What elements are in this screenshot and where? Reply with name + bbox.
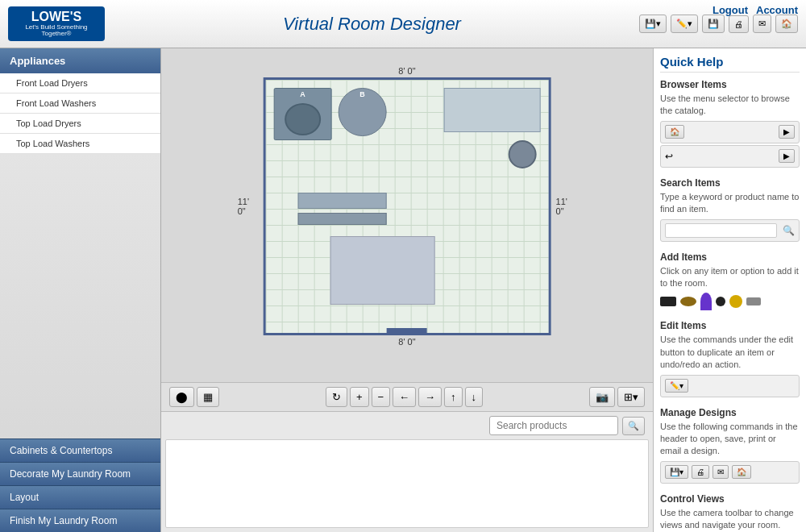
help-browser-items-text: Use the menu selector to browse the cata… — [660, 93, 800, 118]
camera-tools: 📷 ⊞▾ — [589, 387, 645, 407]
nav-left-button[interactable]: ← — [393, 387, 416, 407]
logo-area: LOWE'S Let's Build Something Together® — [8, 6, 105, 41]
sidebar-category-layout[interactable]: Layout — [0, 485, 160, 509]
help-search-preview: 🔍 — [660, 219, 800, 242]
right-dimension: 11' 0" — [556, 197, 577, 216]
print-button[interactable]: 🖨 — [729, 15, 749, 33]
help-search-text: Type a keyword or product name to find a… — [660, 191, 800, 216]
search-bar: 🔍 — [161, 412, 653, 439]
nav-up-button[interactable]: ↑ — [444, 387, 463, 407]
sidebar-category-appliances[interactable]: Appliances — [0, 48, 160, 73]
help-preview-nav[interactable]: ▶ — [779, 125, 795, 139]
cabinet-top — [444, 88, 541, 132]
edit-button[interactable]: ✏️▾ — [671, 15, 698, 33]
label-a: A — [300, 90, 305, 98]
page-title: Virtual Room Designer — [105, 14, 639, 35]
sidebar-item-front-load-dryers[interactable]: Front Load Dryers — [0, 73, 160, 94]
bottom-dimension: 8' 0" — [238, 335, 577, 348]
help-add-heading: Add Items — [660, 251, 800, 263]
help-manage-preview: 💾▾ 🖨 ✉ 🏠 — [660, 461, 800, 484]
title-area: Virtual Room Designer — [105, 14, 639, 35]
product-area: 🔍 — [161, 411, 653, 532]
search-icon: 🔍 — [783, 225, 795, 236]
help-manage-heading: Manage Designs — [660, 407, 800, 418]
room-container: 8' 0" 11' 0" A B — [238, 64, 577, 348]
nav-right-button[interactable]: → — [418, 387, 442, 407]
appliance-a: A — [273, 88, 331, 140]
help-manage-btn3[interactable]: ✉ — [713, 465, 729, 479]
main: Appliances Front Load Dryers Front Load … — [0, 48, 806, 532]
search-button[interactable]: 🔍 — [622, 417, 645, 435]
help-browser-items: Browser Items Use the menu selector to b… — [660, 79, 800, 168]
help-preview-nav2[interactable]: ▶ — [779, 149, 795, 163]
help-preview-home[interactable]: 🏠 — [665, 125, 684, 139]
label-b: B — [359, 90, 365, 98]
email-button[interactable]: ✉ — [753, 15, 771, 33]
door-indicator — [387, 328, 427, 333]
account-link[interactable]: Account — [756, 4, 798, 16]
appliance-b: B — [338, 88, 386, 136]
shelf — [297, 193, 386, 209]
sidebar-item-top-load-dryers[interactable]: Top Load Dryers — [0, 114, 160, 134]
help-browser-items-heading: Browser Items — [660, 79, 800, 90]
zoom-in-button[interactable]: + — [350, 387, 369, 407]
logout-link[interactable]: Logout — [713, 4, 748, 16]
camera-button[interactable]: 📷 — [589, 387, 615, 407]
sidebar-spacer — [0, 154, 160, 438]
save-button[interactable]: 💾▾ — [639, 15, 667, 33]
add-icon-2 — [680, 297, 696, 306]
grid-toggle-button[interactable]: ⊞▾ — [617, 387, 645, 407]
sidebar-item-top-load-washers[interactable]: Top Load Washers — [0, 134, 160, 154]
zoom-out-button[interactable]: − — [372, 387, 391, 407]
grid-view-button[interactable]: ▦ — [197, 387, 219, 407]
search-input[interactable] — [489, 416, 618, 435]
nav-down-button[interactable]: ↓ — [465, 387, 484, 407]
help-manage-btn4[interactable]: 🏠 — [732, 465, 751, 479]
add-icon-1 — [660, 297, 676, 306]
add-icon-4 — [716, 297, 725, 306]
left-dimension: 11' 0" — [238, 197, 259, 216]
sidebar-category-cabinets[interactable]: Cabinets & Countertops — [0, 438, 160, 462]
sidebar-item-front-load-washers[interactable]: Front Load Washers — [0, 94, 160, 114]
help-control-views: Control Views Use the camera toolbar to … — [660, 493, 800, 532]
sidebar: Appliances Front Load Dryers Front Load … — [0, 48, 161, 532]
help-edit-heading: Edit Items — [660, 320, 800, 331]
circle-view-button[interactable]: ⬤ — [169, 387, 194, 407]
help-manage-designs: Manage Designs Use the following command… — [660, 407, 800, 484]
add-icon-5 — [729, 295, 742, 308]
help-add-icons — [660, 293, 800, 310]
help-edit-preview: ✏️▾ — [660, 375, 800, 397]
add-icon-6 — [746, 297, 761, 305]
center: 8' 0" 11' 0" A B — [161, 48, 653, 532]
help-control-text: Use the camera toolbar to change views a… — [660, 507, 800, 532]
save2-button[interactable]: 💾 — [702, 15, 725, 33]
view-tools: ⬤ ▦ — [169, 387, 219, 407]
nav-tools: ↻ + − ← → ↑ ↓ — [326, 387, 483, 407]
shelf2 — [297, 213, 386, 225]
rug — [330, 236, 434, 305]
sidebar-category-finish[interactable]: Finish My Laundry Room — [0, 509, 160, 532]
canvas-toolbar: ⬤ ▦ ↻ + − ← → ↑ ↓ 📷 ⊞▾ — [161, 382, 653, 411]
help-preview-icon: ↩ — [665, 151, 673, 162]
help-browser-preview2: ↩ ▶ — [660, 145, 800, 168]
help-browser-preview: 🏠 ▶ — [660, 121, 800, 143]
rotate-button[interactable]: ↻ — [326, 387, 347, 407]
product-grid — [165, 439, 649, 528]
help-manage-btn[interactable]: 💾▾ — [665, 465, 688, 479]
room-grid[interactable]: A B — [263, 77, 550, 335]
help-manage-btn2[interactable]: 🖨 — [692, 465, 709, 479]
logo-name: LOWE'S — [15, 10, 98, 24]
header: LOWE'S Let's Build Something Together® V… — [0, 0, 806, 48]
logo-sub: Let's Build Something Together® — [15, 24, 98, 39]
logo: LOWE'S Let's Build Something Together® — [8, 6, 105, 41]
header-links: Logout Account — [713, 4, 798, 16]
sidebar-category-decorate[interactable]: Decorate My Laundry Room — [0, 462, 160, 485]
quick-help-title: Quick Help — [660, 55, 800, 73]
header-tools: 💾▾ ✏️▾ 💾 🖨 ✉ 🏠 — [639, 15, 798, 33]
help-manage-text: Use the following commands in the header… — [660, 421, 800, 458]
canvas-area[interactable]: 8' 0" 11' 0" A B — [161, 48, 653, 382]
home-button[interactable]: 🏠 — [775, 15, 798, 33]
help-edit-btn[interactable]: ✏️▾ — [665, 379, 688, 393]
small-circle — [509, 140, 537, 168]
add-icon-3 — [700, 293, 712, 310]
